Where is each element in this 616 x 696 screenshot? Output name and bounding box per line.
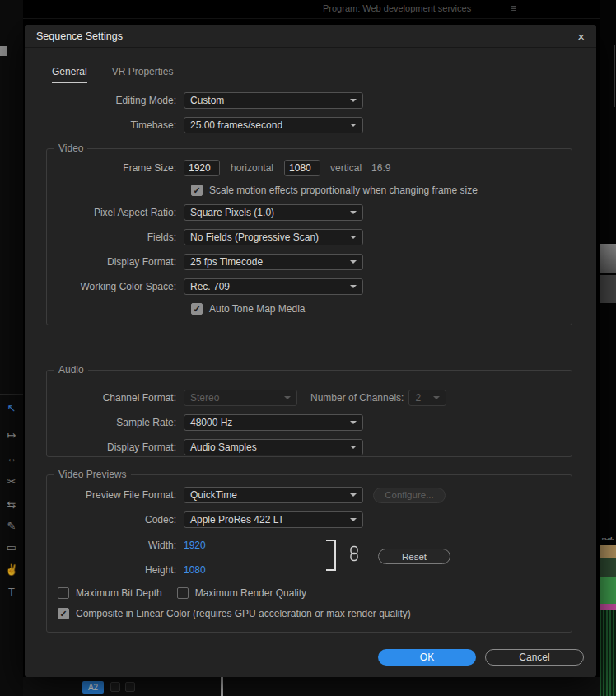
timebase-label: Timebase: xyxy=(46,119,184,131)
selection-tool-icon[interactable]: ↖ xyxy=(0,402,23,414)
frame-width-input[interactable]: 1920 xyxy=(184,160,220,176)
editing-mode-select[interactable]: Custom xyxy=(184,92,363,109)
audio-display-format-row: Display Format: Audio Samples xyxy=(46,439,363,455)
fields-value: No Fields (Progressive Scan) xyxy=(190,231,319,243)
type-tool-icon[interactable]: T xyxy=(0,586,23,598)
channel-format-value: Stereo xyxy=(190,392,219,404)
codec-select[interactable]: Apple ProRes 422 LT xyxy=(184,511,363,528)
vertical-label: vertical xyxy=(330,162,362,174)
max-bit-depth-label: Maximum Bit Depth xyxy=(76,587,162,599)
audio-waveform xyxy=(600,610,616,696)
panel-menu-icon[interactable]: ≡ xyxy=(511,2,516,14)
track-a2-badge[interactable]: A2 xyxy=(82,681,104,694)
slip-tool-icon[interactable]: ⇆ xyxy=(0,498,23,511)
timeline-track-header: A2 xyxy=(23,677,600,696)
fields-label: Fields: xyxy=(46,231,184,243)
scale-motion-label: Scale motion effects proportionally when… xyxy=(209,185,478,196)
working-color-space-label: Working Color Space: xyxy=(46,281,184,292)
codec-value: Apple ProRes 422 LT xyxy=(190,514,284,526)
video-display-format-select[interactable]: 25 fps Timecode xyxy=(184,254,363,270)
dialog-titlebar[interactable]: Sequence Settings xyxy=(25,25,596,48)
track-select-tool-icon[interactable]: ↦ xyxy=(0,429,23,441)
pixel-aspect-ratio-select[interactable]: Square Pixels (1.0) xyxy=(184,204,363,221)
audio-display-format-value: Audio Samples xyxy=(190,441,257,453)
composite-linear-checkbox[interactable] xyxy=(58,608,69,619)
timebase-select[interactable]: 25.00 frames/second xyxy=(184,117,363,133)
program-monitor-header: Program: Web development services ≡ xyxy=(23,0,600,18)
channel-format-row: Channel Format: Stereo Number of Channel… xyxy=(46,390,446,406)
chevron-down-icon xyxy=(284,396,291,399)
audio-display-format-select[interactable]: Audio Samples xyxy=(184,439,363,455)
pixel-aspect-ratio-label: Pixel Aspect Ratio: xyxy=(46,207,184,218)
panel-divider xyxy=(23,18,600,19)
dialog-title: Sequence Settings xyxy=(36,30,123,42)
number-of-channels-value: 2 xyxy=(415,392,421,404)
working-color-space-value: Rec. 709 xyxy=(190,281,230,292)
sample-rate-select[interactable]: 48000 Hz xyxy=(184,414,363,431)
chevron-down-icon xyxy=(350,421,357,424)
rectangle-tool-icon[interactable]: ▭ xyxy=(0,541,23,554)
max-render-quality-checkbox[interactable] xyxy=(177,587,189,599)
fields-row: Fields: No Fields (Progressive Scan) xyxy=(46,229,363,245)
video-group-title: Video xyxy=(54,142,87,154)
chevron-down-icon xyxy=(350,99,357,102)
auto-tone-map-row: Auto Tone Map Media xyxy=(191,301,306,317)
number-of-channels-label: Number of Channels: xyxy=(310,392,404,404)
working-color-space-select[interactable]: Rec. 709 xyxy=(184,278,363,295)
editing-mode-label: Editing Mode: xyxy=(46,95,184,106)
preview-height-label: Height: xyxy=(46,564,184,576)
preview-file-format-label: Preview File Format: xyxy=(46,489,184,501)
frame-size-row: Frame Size: 1920 horizontal 1080 vertica… xyxy=(46,160,390,176)
scale-motion-checkbox[interactable] xyxy=(191,185,203,196)
dialog-tabs: General VR Properties xyxy=(52,66,173,83)
composite-linear-label: Composite in Linear Color (requires GPU … xyxy=(76,608,411,619)
max-bit-depth-checkbox[interactable] xyxy=(58,587,69,599)
clip-thumbnail xyxy=(600,577,616,604)
pen-tool-icon[interactable]: ✎ xyxy=(0,520,23,532)
cancel-button[interactable]: Cancel xyxy=(485,649,584,666)
track-mute-icon[interactable] xyxy=(110,682,120,692)
video-display-format-value: 25 fps Timecode xyxy=(190,256,263,268)
frame-height-input[interactable]: 1080 xyxy=(284,160,320,176)
preview-file-format-select[interactable]: QuickTime xyxy=(184,487,363,503)
auto-tone-map-checkbox[interactable] xyxy=(191,303,203,315)
program-monitor-title: Program: Web development services xyxy=(323,3,471,13)
panel-edge-line xyxy=(614,45,615,107)
auto-tone-map-label: Auto Tone Map Media xyxy=(209,303,306,315)
video-thumbnail xyxy=(600,244,616,273)
editing-mode-value: Custom xyxy=(190,95,224,106)
preview-width-value[interactable]: 1920 xyxy=(184,540,206,551)
clip-name-label: m-of- xyxy=(600,534,616,544)
chevron-down-icon xyxy=(350,260,357,264)
ripple-edit-tool-icon[interactable]: ↔ xyxy=(0,452,23,465)
timeline-right-edge: m-of- xyxy=(600,0,616,696)
clip-marker-strip xyxy=(600,604,616,610)
sample-rate-label: Sample Rate: xyxy=(46,417,184,428)
hand-tool-icon[interactable]: ✌ xyxy=(0,563,23,576)
tab-vr-properties[interactable]: VR Properties xyxy=(112,66,174,83)
reset-button[interactable]: Reset xyxy=(378,549,450,564)
video-display-format-row: Display Format: 25 fps Timecode xyxy=(46,254,363,270)
audio-display-format-label: Display Format: xyxy=(46,441,184,453)
timebase-value: 25.00 frames/second xyxy=(190,119,282,131)
chevron-down-icon xyxy=(350,211,357,214)
chevron-down-icon xyxy=(350,493,357,497)
sample-rate-value: 48000 Hz xyxy=(190,417,232,428)
chevron-down-icon xyxy=(350,518,357,521)
tab-general[interactable]: General xyxy=(52,66,87,83)
timebase-row: Timebase: 25.00 frames/second xyxy=(46,117,363,133)
close-icon[interactable]: × xyxy=(572,28,590,45)
fields-select[interactable]: No Fields (Progressive Scan) xyxy=(184,229,363,245)
max-render-quality-label: Maximum Render Quality xyxy=(195,587,306,599)
frame-size-label: Frame Size: xyxy=(46,162,184,174)
link-width-height-icon[interactable] xyxy=(348,545,360,562)
configure-button: Configure... xyxy=(373,488,446,503)
razor-tool-icon[interactable]: ✂ xyxy=(0,475,23,488)
preview-file-format-row: Preview File Format: QuickTime Configure… xyxy=(46,487,446,503)
ok-button[interactable]: OK xyxy=(378,649,476,666)
track-solo-icon[interactable] xyxy=(125,682,135,692)
timeline-playhead[interactable] xyxy=(221,677,223,696)
preview-width-row: Width: 1920 xyxy=(46,537,206,554)
preview-height-value[interactable]: 1080 xyxy=(184,564,206,576)
chevron-down-icon xyxy=(350,236,357,239)
